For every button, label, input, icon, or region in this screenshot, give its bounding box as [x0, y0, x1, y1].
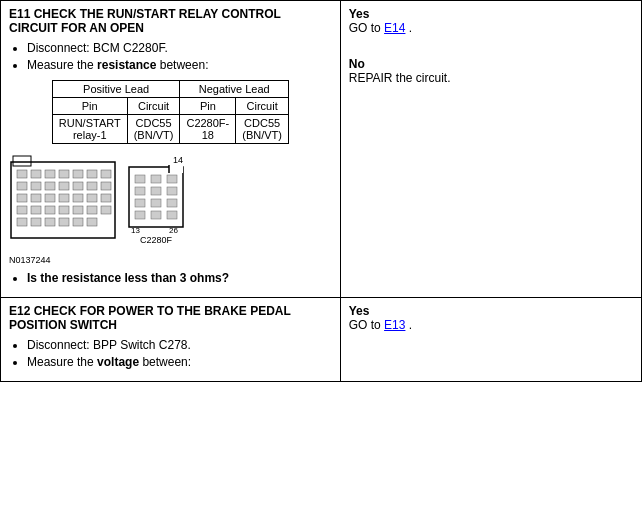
positive-lead-header: Positive Lead — [52, 81, 180, 98]
section-E12-left: E12 CHECK FOR POWER TO THE BRAKE PEDAL P… — [1, 298, 341, 382]
data-row-1: RUN/STARTrelay-1 CDC55(BN/VT) C2280F-18 … — [52, 115, 288, 144]
e12-step-1-text: Disconnect: BPP Switch C278. — [27, 338, 191, 352]
bcm-connector-svg — [9, 154, 117, 242]
svg-rect-2 — [17, 170, 27, 178]
svg-rect-33 — [59, 218, 69, 226]
step-1: Disconnect: BCM C2280F. — [27, 41, 332, 55]
svg-rect-14 — [87, 182, 97, 190]
no-label: No — [349, 57, 633, 71]
yes-label: Yes — [349, 7, 633, 21]
svg-rect-20 — [73, 194, 83, 202]
e12-step-1: Disconnect: BPP Switch C278. — [27, 338, 332, 352]
svg-rect-5 — [59, 170, 69, 178]
diagram-area: 14 — [9, 154, 332, 245]
svg-rect-37 — [169, 165, 183, 173]
svg-rect-6 — [73, 170, 83, 178]
section-E12-title: E12 CHECK FOR POWER TO THE BRAKE PEDAL P… — [9, 304, 332, 332]
measurement-table: Positive Lead Negative Lead Pin Circuit … — [52, 80, 289, 144]
question-text: Is the resistance less than 3 ohms? — [27, 271, 229, 285]
header-group-row: Positive Lead Negative Lead — [52, 81, 288, 98]
svg-rect-9 — [17, 182, 27, 190]
svg-rect-11 — [45, 182, 55, 190]
svg-text:26: 26 — [169, 226, 178, 235]
svg-rect-1 — [13, 156, 31, 166]
neg-circuit-value: CDC55(BN/VT) — [236, 115, 289, 144]
svg-rect-12 — [59, 182, 69, 190]
svg-rect-7 — [87, 170, 97, 178]
section-E11-title: E11 CHECK THE RUN/START RELAY CONTROL CI… — [9, 7, 332, 35]
step-1-text: Disconnect: BCM C2280F. — [27, 41, 168, 55]
svg-rect-10 — [31, 182, 41, 190]
voltage-word: voltage — [97, 355, 139, 369]
svg-rect-43 — [151, 187, 161, 195]
answer-no-block: No REPAIR the circuit. — [349, 57, 633, 85]
svg-rect-40 — [151, 175, 161, 183]
section-E12-steps: Disconnect: BPP Switch C278. Measure the… — [27, 338, 332, 369]
E13-link[interactable]: E13 — [384, 318, 405, 332]
svg-rect-16 — [17, 194, 27, 202]
section-E12-row: E12 CHECK FOR POWER TO THE BRAKE PEDAL P… — [1, 298, 642, 382]
section-E12-right: Yes GO to E13 . — [340, 298, 641, 382]
svg-rect-27 — [73, 206, 83, 214]
section-E11-left: E11 CHECK THE RUN/START RELAY CONTROL CI… — [1, 1, 341, 298]
e12-step-2: Measure the voltage between: — [27, 355, 332, 369]
no-action: REPAIR the circuit. — [349, 71, 633, 85]
svg-rect-50 — [167, 211, 177, 219]
diagram-ref-label: N0137244 — [9, 255, 332, 265]
bcm-connector-diagram — [9, 154, 117, 245]
svg-rect-17 — [31, 194, 41, 202]
svg-rect-32 — [45, 218, 55, 226]
question-item: Is the resistance less than 3 ohms? — [27, 271, 332, 285]
neg-pin-header: Pin — [180, 98, 236, 115]
section-E11-right: Yes GO to E14 . No REPAIR the circuit. — [340, 1, 641, 298]
svg-rect-48 — [135, 211, 145, 219]
svg-rect-44 — [167, 187, 177, 195]
pos-circuit-header: Circuit — [127, 98, 180, 115]
svg-rect-13 — [73, 182, 83, 190]
svg-rect-24 — [31, 206, 41, 214]
step-2-text: Measure the resistance between: — [27, 58, 208, 72]
c2280f-connector-diagram: 14 — [127, 155, 185, 245]
section-E11-row: E11 CHECK THE RUN/START RELAY CONTROL CI… — [1, 1, 642, 298]
step-2: Measure the resistance between: — [27, 58, 332, 72]
e12-yes-action: GO to E13 . — [349, 318, 633, 332]
e12-yes-label: Yes — [349, 304, 633, 318]
yes-action-suffix: . — [405, 21, 412, 35]
svg-rect-34 — [73, 218, 83, 226]
neg-circuit-header: Circuit — [236, 98, 289, 115]
svg-rect-49 — [151, 211, 161, 219]
svg-rect-35 — [87, 218, 97, 226]
svg-rect-25 — [45, 206, 55, 214]
neg-pin-value: C2280F-18 — [180, 115, 236, 144]
section-E11-steps: Disconnect: BCM C2280F. Measure the resi… — [27, 41, 332, 72]
E14-link[interactable]: E14 — [384, 21, 405, 35]
svg-rect-23 — [17, 206, 27, 214]
resistance-word: resistance — [97, 58, 156, 72]
svg-rect-4 — [45, 170, 55, 178]
yes-action: GO to E14 . — [349, 21, 633, 35]
svg-rect-45 — [135, 199, 145, 207]
svg-rect-31 — [31, 218, 41, 226]
svg-rect-8 — [101, 170, 111, 178]
svg-text:13: 13 — [131, 226, 140, 235]
svg-rect-30 — [17, 218, 27, 226]
pos-pin-header: Pin — [52, 98, 127, 115]
svg-rect-28 — [87, 206, 97, 214]
svg-rect-29 — [101, 206, 111, 214]
c2280f-label: C2280F — [140, 235, 172, 245]
svg-rect-22 — [101, 194, 111, 202]
pos-circuit-value: CDC55(BN/VT) — [127, 115, 180, 144]
e12-answer-yes-block: Yes GO to E13 . — [349, 304, 633, 332]
svg-rect-18 — [45, 194, 55, 202]
svg-rect-3 — [31, 170, 41, 178]
svg-rect-41 — [167, 175, 177, 183]
c2280f-svg: 13 26 — [127, 165, 185, 235]
pos-pin-value: RUN/STARTrelay-1 — [52, 115, 127, 144]
svg-rect-19 — [59, 194, 69, 202]
svg-rect-42 — [135, 187, 145, 195]
main-layout-table: E11 CHECK THE RUN/START RELAY CONTROL CI… — [0, 0, 642, 382]
answer-yes-block: Yes GO to E14 . — [349, 7, 633, 35]
e12-step-2-text: Measure the voltage between: — [27, 355, 191, 369]
svg-rect-15 — [101, 182, 111, 190]
e12-yes-action-suffix: . — [405, 318, 412, 332]
